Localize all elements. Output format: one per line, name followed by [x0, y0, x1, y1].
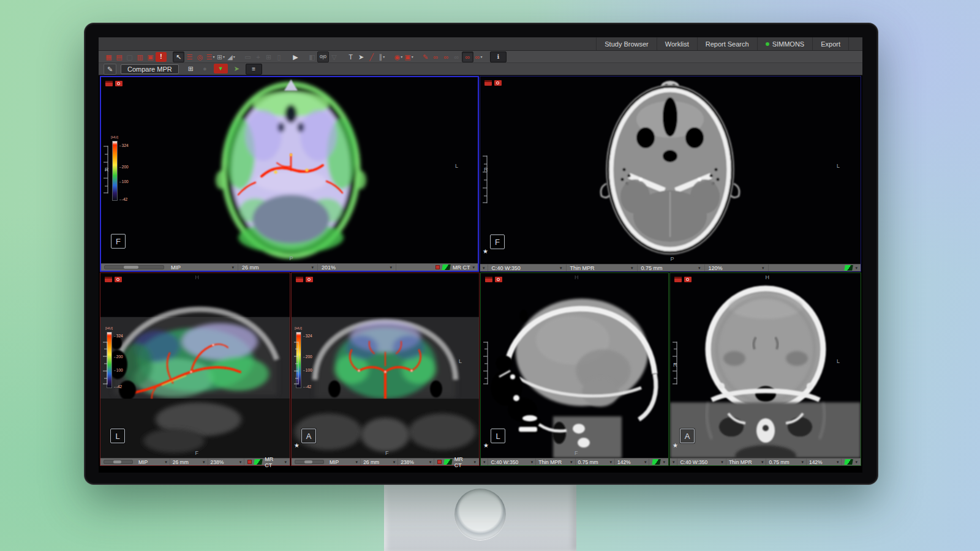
overlay-toggle-icon[interactable]: [247, 460, 252, 464]
window-presets[interactable]: ▾: [842, 264, 861, 271]
rendering-mode-dropdown[interactable]: MIP: [167, 264, 238, 271]
ct-sagittal-image-area[interactable]: H F L: [481, 273, 668, 458]
menu-item-export[interactable]: Export: [812, 37, 849, 50]
slab-thickness-dropdown[interactable]: 26 mm: [170, 459, 208, 465]
text-annotation-icon[interactable]: T: [345, 52, 356, 62]
window-curve-icon[interactable]: [254, 459, 263, 465]
viewport-ct-coronal[interactable]: H R L A ▾ C:40 W:350 Thin MPR 0.75 mm 14…: [669, 272, 861, 466]
key-image-icon[interactable]: [306, 277, 313, 282]
info-tool-icon[interactable]: ℹ: [490, 51, 507, 62]
layout-grid-icon[interactable]: ⊞▾: [216, 52, 226, 62]
placeholder-icon[interactable]: ▢: [124, 52, 135, 62]
viewport-fusion-axial[interactable]: [HU] 324 200 100 -42 A P R L F MIP 26 mm…: [100, 76, 479, 272]
chain-options-icon[interactable]: ∞▾: [473, 52, 484, 62]
stack-view-icon[interactable]: ⊞: [263, 52, 274, 62]
forward-study-icon[interactable]: ➤: [232, 64, 242, 73]
slice-thickness-dropdown[interactable]: 0.75 mm: [576, 459, 615, 465]
series-saved-icon[interactable]: [105, 277, 112, 282]
series-saved-icon[interactable]: [105, 81, 113, 86]
import-series-icon[interactable]: ▤: [114, 52, 124, 62]
fusion-axial-image-area[interactable]: [HU] 324 200 100 -42 A P R L F: [101, 77, 478, 263]
viewport-fusion-coronal[interactable]: [HU] 324 200 100 -42 F L A MIP 26 mm 238…: [291, 272, 480, 466]
edit-annotation-icon[interactable]: ✎: [104, 64, 116, 75]
zoom-dropdown[interactable]: 238%: [398, 459, 434, 465]
save-state-icon[interactable]: ▽: [329, 52, 339, 62]
series-navigator-icon[interactable]: ☰: [184, 52, 195, 62]
window-curve-icon[interactable]: [443, 459, 452, 465]
window-presets[interactable]: ▾: [842, 459, 861, 465]
measure-multi-icon[interactable]: ∥▾: [377, 52, 387, 62]
favorite-star[interactable]: [294, 443, 300, 449]
series-saved-icon[interactable]: [484, 80, 492, 86]
zoom-dropdown[interactable]: 201%: [318, 264, 396, 271]
window-curve-icon[interactable]: [442, 264, 451, 270]
link-active-icon[interactable]: ∞: [462, 51, 473, 62]
play-cine-icon[interactable]: ▶: [290, 52, 301, 62]
key-image-icon[interactable]: [494, 80, 502, 86]
import-study-icon[interactable]: ▼: [214, 64, 228, 73]
zoom-dropdown[interactable]: 142%: [615, 459, 650, 465]
series-scroll-slider[interactable]: [101, 264, 167, 271]
flip-view-icon[interactable]: ◧: [307, 52, 317, 62]
clipboard-icon[interactable]: ▯: [274, 52, 284, 62]
overlay-toggle-icon[interactable]: [435, 265, 440, 269]
key-image-icon[interactable]: [684, 277, 692, 282]
series-saved-icon[interactable]: [296, 277, 303, 282]
slice-thickness-dropdown[interactable]: 0.75 mm: [766, 459, 807, 465]
pointer-tool-icon[interactable]: ↖: [173, 51, 184, 62]
series-dropdown[interactable]: ▾: [670, 459, 677, 465]
series-scroll-slider[interactable]: [292, 459, 327, 465]
recon-mode-dropdown[interactable]: Thin MPR: [567, 264, 638, 271]
eraser-tool-icon[interactable]: ◢▾: [226, 52, 236, 62]
menu-item-user-simmons[interactable]: SIMMONS: [757, 37, 813, 50]
recon-mode-dropdown[interactable]: Thin MPR: [536, 459, 575, 465]
arrow-annotation-icon[interactable]: ➤: [356, 52, 366, 62]
film-strip-icon[interactable]: ▭: [243, 52, 253, 62]
window-level-dropdown[interactable]: C:40 W:350: [488, 264, 567, 271]
save-layout-icon[interactable]: ⊞: [186, 64, 196, 73]
series-dropdown[interactable]: ▾: [480, 264, 488, 271]
export-cart-icon[interactable]: ▣: [145, 52, 156, 62]
copy-frame-icon[interactable]: ▣▾: [404, 52, 414, 62]
viewport-fusion-sagittal[interactable]: [HU] 324 200 100 -42 H F L MIP 26 mm 238…: [100, 272, 290, 466]
window-presets[interactable]: ▾: [649, 459, 668, 465]
menu-item-worklist[interactable]: Worklist: [657, 37, 697, 50]
menu-item-study-browser[interactable]: Study Browser: [596, 37, 657, 50]
viewport-ct-sagittal[interactable]: H F L ▾ C:40 W:350 Thin MPR 0.75 mm 142%…: [480, 272, 669, 466]
window-curve-icon[interactable]: [845, 265, 854, 271]
recon-mode-dropdown[interactable]: Thin MPR: [726, 459, 767, 465]
rendering-mode-dropdown[interactable]: MIP: [136, 459, 170, 465]
slab-thickness-dropdown[interactable]: 26 mm: [238, 264, 318, 271]
link-series-icon[interactable]: ∞: [431, 52, 441, 62]
key-image-icon[interactable]: [115, 81, 123, 86]
measure-line-icon[interactable]: ╱: [366, 52, 377, 62]
window-curve-icon[interactable]: [845, 459, 854, 465]
overlay-toggle-icon[interactable]: [437, 460, 442, 464]
modality-dropdown[interactable]: MR CT▾: [244, 459, 290, 465]
favorite-star[interactable]: [483, 249, 488, 255]
ct-coronal-image-area[interactable]: H R L A: [670, 273, 861, 458]
snapshot-icon[interactable]: ◉▾: [393, 52, 404, 62]
scroll-dial-icon[interactable]: ◎: [195, 52, 205, 62]
zoom-dropdown[interactable]: 142%: [807, 459, 842, 465]
key-image-icon[interactable]: [495, 277, 502, 282]
fusion-coronal-image-area[interactable]: [HU] 324 200 100 -42 F L A: [292, 273, 479, 458]
fusion-sagittal-image-area[interactable]: [HU] 324 200 100 -42 H F L: [100, 273, 290, 458]
rendering-mode-dropdown[interactable]: MIP: [327, 459, 361, 465]
modality-dropdown[interactable]: MR CT▾: [432, 264, 478, 271]
menu-item-report-search[interactable]: Report Search: [697, 37, 757, 50]
print-compose-icon[interactable]: ▥: [135, 52, 145, 62]
report-viewer-icon[interactable]: ≡: [246, 64, 262, 75]
compare-mpr-button[interactable]: Compare MPR: [121, 64, 179, 74]
zoom-dropdown[interactable]: 120%: [705, 264, 769, 271]
viewport-ct-axial[interactable]: P R L F ▾ C:40 W:350 Thin MPR 0.75 mm 12…: [480, 76, 861, 272]
series-saved-icon[interactable]: [674, 277, 682, 282]
slab-thickness-dropdown[interactable]: 26 mm: [361, 459, 398, 465]
window-level-dropdown[interactable]: C:40 W:350: [488, 459, 536, 465]
sync-scroll-icon[interactable]: ∞: [441, 52, 451, 62]
series-scroll-slider[interactable]: [100, 459, 136, 465]
modality-dropdown[interactable]: MR CT▾: [434, 459, 479, 465]
dictate-disabled-icon[interactable]: ●: [200, 64, 210, 73]
favorite-star[interactable]: [483, 443, 489, 449]
urgent-flag-icon[interactable]: !: [156, 52, 167, 62]
